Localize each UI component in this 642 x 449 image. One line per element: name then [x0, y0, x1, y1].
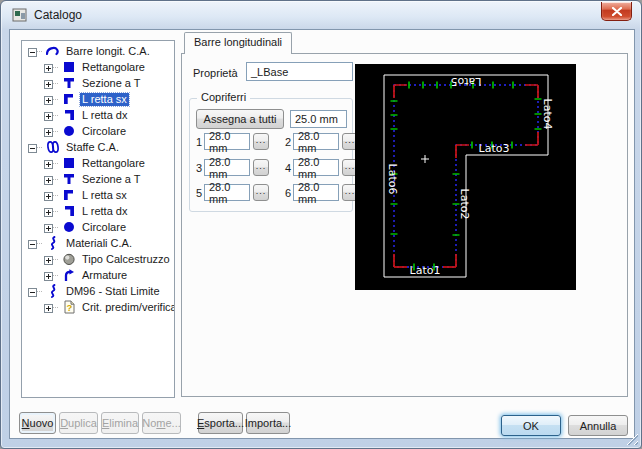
copriferro-5-field[interactable]: 28.0 mm — [204, 184, 250, 201]
material-hook-icon — [46, 236, 60, 250]
tree-item-l-retta-dx[interactable]: L retta dx — [22, 203, 174, 219]
circle-section-icon — [62, 124, 76, 138]
expand-icon[interactable] — [44, 79, 53, 88]
material-hook-icon — [46, 284, 60, 298]
tree-connector — [53, 115, 58, 116]
copriferro-2-field[interactable]: 28.0 mm — [293, 133, 339, 150]
tree-item-label[interactable]: Materiali C.A. — [64, 237, 134, 250]
tree-connector — [53, 307, 58, 308]
tree-connector — [53, 195, 58, 196]
tree-item-staffe-c-a[interactable]: Staffe C.A. — [22, 139, 174, 155]
collapse-icon[interactable] — [28, 143, 37, 152]
tree-item-barre-longit-c-a[interactable]: Barre longit. C.A. — [22, 43, 174, 59]
collapse-icon[interactable] — [28, 239, 37, 248]
ok-button[interactable]: OK — [501, 415, 561, 436]
copriferro-index-label: 6 — [281, 187, 291, 199]
expand-icon[interactable] — [44, 303, 53, 312]
expand-icon[interactable] — [44, 159, 53, 168]
copriferri-group-label: Copriferri — [197, 91, 250, 103]
expand-icon[interactable] — [44, 207, 53, 216]
tree-item-label[interactable]: Sezione a T — [80, 77, 143, 90]
canvas-label-lato4: Lato4 — [541, 99, 554, 130]
titlebar[interactable]: Catalogo — [1, 1, 641, 29]
tree-item-label[interactable]: Circolare — [80, 125, 128, 138]
copriferro-index-label: 5 — [192, 187, 202, 199]
nuovo-button[interactable]: Nuovo — [19, 412, 56, 434]
expand-icon[interactable] — [44, 255, 53, 264]
tree-item-label[interactable]: Rettangolare — [80, 61, 147, 74]
tab-barre-longitudinali[interactable]: Barre longitudinali — [184, 32, 292, 54]
tree-connector — [53, 163, 58, 164]
tree-item-label[interactable]: DM96 - Stati Limite — [64, 285, 162, 298]
square-section-icon — [62, 60, 76, 74]
tree-item-armature[interactable]: Armature — [22, 267, 174, 283]
proprieta-field[interactable]: _LBase — [246, 62, 353, 81]
tree-connector — [53, 131, 58, 132]
copriferro-3-browse-button[interactable]: ... — [253, 159, 269, 176]
importa-button[interactable]: Importa... — [246, 412, 290, 434]
close-icon — [612, 7, 622, 16]
copriferro-5-browse-button[interactable]: ... — [253, 184, 269, 201]
collapse-icon[interactable] — [28, 287, 37, 296]
expand-icon[interactable] — [44, 175, 53, 184]
copriferri-row: 128.0 mm...228.0 mm... — [192, 133, 358, 150]
tree-item-l-retta-sx[interactable]: L retta sx — [22, 91, 174, 107]
canvas-label-lato3: Lato3 — [479, 142, 510, 155]
copriferro-index-label: 4 — [281, 162, 291, 174]
copriferro-6-field[interactable]: 28.0 mm — [293, 184, 339, 201]
expand-icon[interactable] — [44, 95, 53, 104]
tree-connector — [53, 179, 58, 180]
tree-item-label[interactable]: Barre longit. C.A. — [64, 45, 152, 58]
copriferro-1-browse-button[interactable]: ... — [253, 133, 269, 150]
copriferro-4-field[interactable]: 28.0 mm — [293, 159, 339, 176]
tree-item-circolare[interactable]: Circolare — [22, 123, 174, 139]
tree-item-label[interactable]: Tipo Calcestruzzo — [80, 253, 172, 266]
tree-item-label[interactable]: L retta dx — [80, 109, 129, 122]
tree-item-dm96-stati-limite[interactable]: DM96 - Stati Limite — [22, 283, 174, 299]
tree-item-label[interactable]: L retta sx — [80, 189, 129, 202]
close-button[interactable] — [601, 2, 632, 21]
expand-icon[interactable] — [44, 127, 53, 136]
tree-item-rettangolare[interactable]: Rettangolare — [22, 155, 174, 171]
tree-item-circolare[interactable]: Circolare — [22, 219, 174, 235]
tree-connector — [53, 83, 58, 84]
tree-item-l-retta-dx[interactable]: L retta dx — [22, 107, 174, 123]
annulla-button[interactable]: Annulla — [568, 415, 628, 436]
footer-buttons: NuovoDuplicaEliminaNome...Esporta...Impo… — [19, 412, 290, 434]
tree-item-label[interactable]: Circolare — [80, 221, 128, 234]
assegna-a-tutti-button[interactable]: Assegna a tutti — [196, 109, 284, 129]
expand-icon[interactable] — [44, 111, 53, 120]
copriferro-1-field[interactable]: 28.0 mm — [204, 133, 250, 150]
tree-item-label[interactable]: Rettangolare — [80, 157, 147, 170]
tree-item-label[interactable]: Crit. predim/verifica — [80, 301, 175, 314]
tree-item-sezione-a-t[interactable]: Sezione a T — [22, 75, 174, 91]
elimina-button: Elimina — [101, 412, 139, 434]
tree-item-sezione-a-t[interactable]: Sezione a T — [22, 171, 174, 187]
esporta-button[interactable]: Esporta... — [198, 412, 243, 434]
assegna-a-tutti-value-field[interactable]: 25.0 mm — [290, 110, 347, 128]
tree-item-label[interactable]: L retta sx — [80, 93, 129, 106]
collapse-icon[interactable] — [28, 47, 37, 56]
square-section-icon — [62, 156, 76, 170]
tree-item-label[interactable]: Staffe C.A. — [64, 141, 121, 154]
tree-item-label[interactable]: Sezione a T — [80, 173, 143, 186]
expand-icon[interactable] — [44, 191, 53, 200]
tree-item-tipo-calcestruzzo[interactable]: Tipo Calcestruzzo — [22, 251, 174, 267]
section-preview-canvas[interactable]: Lato1Lato2Lato3Lato4Lato5Lato6 — [355, 64, 576, 290]
dialog-catalogo: Catalogo Barre longit. C.A.RettangolareS… — [0, 0, 642, 449]
rebar-curve-icon — [46, 44, 60, 58]
expand-icon[interactable] — [44, 63, 53, 72]
expand-icon[interactable] — [44, 271, 53, 280]
tree-item-label[interactable]: Armature — [80, 269, 129, 282]
tree-item-label[interactable]: L retta dx — [80, 205, 129, 218]
copriferri-row: 328.0 mm...428.0 mm... — [192, 159, 358, 176]
copriferro-3-field[interactable]: 28.0 mm — [204, 159, 250, 176]
tree-item-crit-predim-verifica[interactable]: ?Crit. predim/verifica — [22, 299, 174, 315]
tree-item-rettangolare[interactable]: Rettangolare — [22, 59, 174, 75]
tree-item-materiali-c-a[interactable]: Materiali C.A. — [22, 235, 174, 251]
nome-button: Nome... — [142, 412, 181, 434]
duplica-button: Duplica — [59, 412, 98, 434]
expand-icon[interactable] — [44, 223, 53, 232]
tree-item-l-retta-sx[interactable]: L retta sx — [22, 187, 174, 203]
tree-connector — [53, 227, 58, 228]
